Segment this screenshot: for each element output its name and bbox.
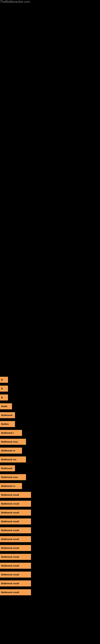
- chart-area: [0, 4, 100, 185]
- list-item: Bottleneck result: [0, 491, 100, 499]
- bar-label: Bottleneck result: [0, 501, 31, 507]
- list-item: Bottleneck result: [0, 526, 100, 534]
- bar-label: Bottleneck resu: [0, 474, 26, 480]
- list-item: Bottleneck res: [0, 456, 100, 463]
- bar-label: Bottleneck resu: [0, 439, 26, 445]
- list-item: Bottleneck result: [0, 518, 100, 525]
- list-item: Bottleneck: [0, 464, 100, 472]
- list-item: Bottleneck resu: [0, 473, 100, 481]
- list-item: Bottle: [0, 402, 100, 410]
- bar-label: Bottleneck result: [0, 492, 31, 498]
- list-item: Bottleneck result: [0, 571, 100, 578]
- bar-label: Bottleneck result: [0, 536, 31, 542]
- list-item: Bottleneck resu: [0, 438, 100, 446]
- list-item: Bottleneck re: [0, 447, 100, 454]
- list-item: Bottleneck re: [0, 482, 100, 490]
- bar-label: B: [0, 394, 8, 400]
- bar-label: Bottleneck result: [0, 572, 31, 578]
- list-item: Bottlen: [0, 420, 100, 428]
- bar-label: Bottleneck re: [0, 448, 22, 454]
- bar-label: Bottleneck: [0, 465, 15, 471]
- bar-label: Bottleneck result: [0, 589, 31, 595]
- site-title: TheBottlenecker.com: [0, 0, 100, 4]
- bar-label: Bottleneck r: [0, 430, 22, 436]
- list-item: Bottleneck r: [0, 429, 100, 437]
- list-item: Bottleneck: [0, 411, 100, 419]
- bar-label: Bottleneck result: [0, 518, 31, 524]
- bars-container: BBBBottleBottleneckBottlenBottleneck rBo…: [0, 185, 100, 596]
- bar-label: Bottle: [0, 403, 12, 409]
- bar-label: Bottleneck result: [0, 545, 31, 551]
- list-item: B: [0, 394, 100, 401]
- bar-label: B: [0, 386, 8, 392]
- bar-label: Bottleneck res: [0, 456, 26, 462]
- list-item: Bottleneck result: [0, 509, 100, 516]
- list-item: B: [0, 385, 100, 392]
- list-item: Bottleneck result: [0, 562, 100, 570]
- bar-label: Bottleneck result: [0, 510, 31, 516]
- bar-label: Bottleneck re: [0, 483, 22, 489]
- bar-label: Bottleneck: [0, 412, 15, 418]
- bar-label: Bottleneck result: [0, 554, 31, 560]
- bar-label: Bottleneck result: [0, 580, 31, 586]
- list-item: Bottleneck result: [0, 544, 100, 552]
- list-item: Bottleneck result: [0, 535, 100, 543]
- list-item: B: [0, 376, 100, 384]
- list-item: Bottleneck result: [0, 580, 100, 587]
- list-item: Bottleneck result: [0, 500, 100, 508]
- bar-label: Bottleneck result: [0, 563, 31, 569]
- bar-label: Bottleneck result: [0, 527, 31, 533]
- list-item: Bottleneck result: [0, 553, 100, 561]
- bar-label: B: [0, 377, 8, 383]
- list-item: Bottleneck result: [0, 588, 100, 596]
- bar-label: Bottlen: [0, 421, 15, 427]
